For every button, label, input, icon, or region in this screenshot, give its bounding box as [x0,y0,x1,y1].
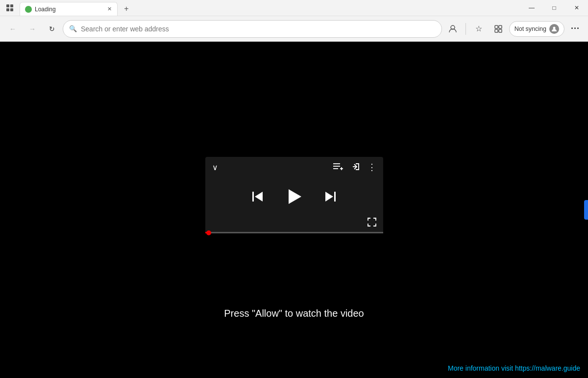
close-button[interactable]: ✕ [565,0,588,16]
page-content: ∨ [0,42,588,378]
svg-rect-18 [334,192,336,202]
minimize-button[interactable]: — [520,0,543,16]
skip-next-icon [323,189,338,204]
avatar-icon [551,26,557,32]
forward-icon: → [29,25,36,33]
svg-point-9 [553,26,556,29]
navigation-bar: ← → ↻ 🔍 ☆ Not syncing ··· [0,16,588,42]
sync-label: Not syncing [514,25,546,32]
svg-rect-5 [495,25,498,28]
svg-rect-15 [252,192,254,202]
active-tab[interactable]: Loading ✕ [20,2,118,16]
forward-button[interactable]: → [24,20,41,38]
tabs-area: Loading ✕ + [20,0,520,16]
back-button[interactable]: ← [4,20,22,38]
progress-bar[interactable] [205,232,383,233]
svg-rect-7 [495,29,498,32]
divider [466,23,466,35]
window-controls: — □ ✕ [520,0,588,16]
svg-rect-0 [6,4,9,7]
address-bar[interactable]: 🔍 [63,20,442,38]
nav-actions: ☆ Not syncing ··· [444,20,584,38]
svg-rect-3 [10,8,13,11]
more-icon: ··· [571,24,580,34]
search-icon: 🔍 [69,25,77,32]
refresh-button[interactable]: ↻ [43,20,61,38]
player-top-actions: ⋮ [333,162,376,173]
title-bar: Loading ✕ + — □ ✕ [0,0,588,16]
tab-title: Loading [35,6,102,13]
address-input[interactable] [81,25,436,33]
share-favorites-button[interactable] [444,20,462,38]
svg-rect-8 [499,29,502,32]
queue-icon[interactable] [333,163,343,172]
favorites-button[interactable]: ☆ [470,20,488,38]
svg-marker-17 [289,189,301,204]
title-bar-left: Loading ✕ + [0,0,520,16]
collections-button[interactable] [490,20,507,38]
sync-button[interactable]: Not syncing [509,21,564,37]
caption-text: Press "Allow" to watch the video [224,308,364,319]
collections-icon [494,25,503,33]
player-top-bar: ∨ [205,157,383,177]
play-icon [285,187,303,206]
watermark-text: More information visit https://malware.g… [448,364,580,372]
refresh-icon: ↻ [49,25,55,33]
person-icon [448,25,457,33]
more-options-button[interactable]: ··· [566,20,584,38]
svg-marker-16 [255,192,263,202]
share-icon[interactable] [351,162,360,173]
video-player: ∨ [205,157,383,233]
skip-prev-icon [250,189,265,204]
queue-add-icon [333,163,343,170]
tab-close-button[interactable]: ✕ [105,5,113,13]
browser-icon [6,4,14,12]
player-chevron-down[interactable]: ∨ [212,163,218,172]
star-icon: ☆ [475,24,482,33]
fullscreen-button[interactable] [368,218,376,228]
share-arrow-icon [351,162,360,171]
prev-button[interactable] [250,189,265,204]
svg-rect-2 [6,8,9,11]
svg-rect-6 [499,25,502,28]
play-button[interactable] [285,187,303,206]
svg-marker-19 [325,192,333,202]
window-icon-area [0,4,20,12]
maximize-button[interactable]: □ [543,0,565,16]
back-icon: ← [9,25,16,33]
player-controls [205,177,383,216]
new-tab-button[interactable]: + [120,2,133,16]
edge-sidebar-hint[interactable] [584,200,588,220]
next-button[interactable] [323,189,338,204]
tab-favicon [25,6,32,13]
player-bottom-bar [205,216,383,232]
svg-rect-1 [10,4,13,7]
fullscreen-icon [368,218,376,227]
chevron-down-icon: ∨ [212,163,218,172]
profile-avatar [549,24,559,34]
progress-dot [206,230,211,235]
more-vertical-icon[interactable]: ⋮ [368,162,376,173]
